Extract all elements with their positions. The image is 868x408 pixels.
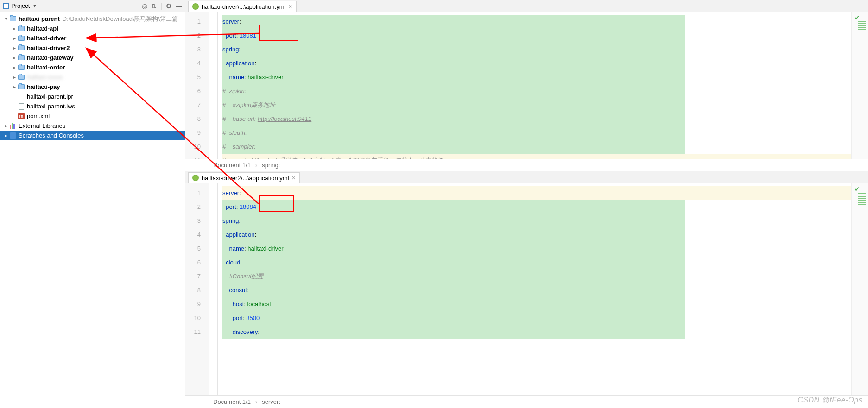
expand-icon[interactable]: ▸	[3, 133, 9, 138]
tree-item[interactable]: ▸hailtaxi-xxxxx	[0, 72, 185, 82]
minimap[interactable]: ✔	[851, 12, 868, 159]
folder-icon	[18, 83, 25, 91]
tree-label: hailtaxi-parent	[19, 15, 60, 22]
tab-label: hailtaxi-driver\...\application.yml	[202, 3, 285, 10]
tree-label: pom.xml	[27, 113, 50, 119]
chevron-right-icon: ›	[255, 162, 257, 169]
editor-pane-top: hailtaxi-driver\...\application.yml × 12…	[185, 0, 868, 171]
expand-icon[interactable]: ▸	[11, 75, 18, 80]
project-sidebar: Project ▼ ◎ ⇅ | ⚙ — ▾hailtaxi-parentD:\B…	[0, 0, 185, 408]
tree-item[interactable]: ▸External Libraries	[0, 121, 185, 131]
expand-icon[interactable]: ▸	[11, 45, 18, 50]
tree-item[interactable]: ▸hailtaxi-driver	[0, 33, 185, 43]
breadcrumb-bottom[interactable]: Document 1/1 › server:	[185, 395, 868, 408]
editor-area: hailtaxi-driver\...\application.yml × 12…	[185, 0, 868, 408]
tree-item[interactable]: ▸hailtaxi-gateway	[0, 53, 185, 63]
close-icon[interactable]: ×	[292, 174, 296, 182]
tree-label: External Libraries	[19, 122, 65, 129]
divider: |	[160, 2, 162, 10]
expand-icon[interactable]: ▸	[11, 55, 18, 60]
tree-label: hailtaxi-pay	[27, 83, 60, 90]
editor-tab[interactable]: hailtaxi-driver\...\application.yml ×	[188, 1, 297, 12]
file-icon	[18, 103, 25, 110]
check-icon: ✔	[855, 14, 860, 21]
close-icon[interactable]: ×	[288, 3, 292, 10]
breadcrumb-top[interactable]: Document 1/1 › spring:	[185, 159, 868, 171]
tree-item[interactable]: hailtaxi-parent.iws	[0, 101, 185, 111]
sidebar-title-label: Project	[11, 2, 30, 9]
tree-item[interactable]: ▸hailtaxi-driver2	[0, 43, 185, 53]
expand-icon[interactable]: ▸	[11, 36, 18, 41]
tree-label: hailtaxi-driver	[27, 35, 66, 42]
breadcrumb-item: Document 1/1	[213, 398, 251, 405]
breadcrumb-item: spring:	[262, 162, 280, 169]
line-gutter: 1234567891011	[185, 183, 209, 395]
code-editor[interactable]: server: port: 18084spring: application: …	[218, 183, 868, 395]
chevron-right-icon: ›	[255, 398, 257, 405]
tree-label: hailtaxi-parent.iws	[27, 103, 75, 110]
tree-item[interactable]: ▸hailtaxi-api	[0, 24, 185, 33]
folder-icon	[18, 64, 25, 71]
check-icon: ✔	[855, 185, 860, 193]
folder-icon	[18, 25, 25, 32]
tree-item[interactable]: ▸hailtaxi-order	[0, 63, 185, 72]
code-area-top[interactable]: 1234567891011 server: port: 18081spring:…	[185, 12, 868, 159]
editor-tab[interactable]: hailtaxi-driver2\...\application.yml ×	[188, 172, 300, 183]
yaml-file-icon	[192, 175, 199, 181]
expand-icon[interactable]: ▸	[3, 123, 9, 128]
code-area-bottom[interactable]: 1234567891011 server: port: 18084spring:…	[185, 183, 868, 395]
tree-label: hailtaxi-order	[27, 64, 65, 71]
collapse-icon[interactable]: —	[176, 2, 182, 10]
tab-bar-top: hailtaxi-driver\...\application.yml ×	[185, 0, 868, 12]
filter-icon[interactable]: ⇅	[151, 2, 157, 10]
tree-item[interactable]: ▸Scratches and Consoles	[0, 131, 185, 140]
scratch-icon	[9, 132, 17, 139]
folder-icon	[18, 54, 25, 62]
fold-column[interactable]	[209, 12, 218, 159]
tree-label: hailtaxi-parent.ipr	[27, 93, 73, 100]
maven-icon: m	[18, 113, 25, 120]
fold-column[interactable]	[209, 183, 218, 395]
code-editor[interactable]: server: port: 18081spring: application: …	[218, 12, 868, 159]
expand-icon[interactable]: ▾	[3, 16, 9, 21]
folder-icon	[18, 35, 25, 42]
tree-label: hailtaxi-xxxxx	[27, 74, 63, 81]
sidebar-header: Project ▼ ◎ ⇅ | ⚙ —	[0, 0, 185, 12]
gear-icon[interactable]: ⚙	[166, 2, 172, 10]
tree-label: Scratches and Consoles	[19, 132, 84, 139]
tree-path: D:\BaiduNetdiskDownload\黑马架构\第二篇	[63, 15, 178, 23]
tree-item[interactable]: hailtaxi-parent.ipr	[0, 92, 185, 101]
breadcrumb-item: server:	[262, 398, 280, 405]
chevron-down-icon: ▼	[32, 4, 37, 8]
folder-icon	[18, 74, 25, 81]
tree-item[interactable]: ▾hailtaxi-parentD:\BaiduNetdiskDownload\…	[0, 14, 185, 24]
tree-item[interactable]: mpom.xml	[0, 111, 185, 121]
minimap[interactable]: ✔	[851, 183, 868, 395]
line-gutter: 1234567891011	[185, 12, 209, 159]
editor-pane-bottom: hailtaxi-driver2\...\application.yml × 1…	[185, 171, 868, 408]
yaml-file-icon	[192, 3, 199, 10]
locate-icon[interactable]: ◎	[142, 2, 147, 10]
expand-icon[interactable]: ▸	[11, 84, 18, 89]
tree-item[interactable]: ▸hailtaxi-pay	[0, 82, 185, 92]
tree-label: hailtaxi-driver2	[27, 44, 70, 51]
tab-label: hailtaxi-driver2\...\application.yml	[202, 175, 289, 182]
folder-icon	[9, 15, 17, 23]
library-icon	[9, 122, 17, 130]
file-icon	[18, 93, 25, 100]
folder-icon	[18, 44, 25, 52]
watermark: CSDN @fFee-Ops	[798, 396, 862, 404]
tree-label: hailtaxi-api	[27, 25, 58, 32]
breadcrumb-item: Document 1/1	[213, 162, 251, 169]
sidebar-title[interactable]: Project ▼	[3, 2, 142, 9]
tree-label: hailtaxi-gateway	[27, 54, 73, 61]
project-tree[interactable]: ▾hailtaxi-parentD:\BaiduNetdiskDownload\…	[0, 12, 185, 408]
expand-icon[interactable]: ▸	[11, 65, 18, 70]
tab-bar-bottom: hailtaxi-driver2\...\application.yml ×	[185, 171, 868, 183]
expand-icon[interactable]: ▸	[11, 26, 18, 31]
project-icon	[3, 3, 9, 9]
